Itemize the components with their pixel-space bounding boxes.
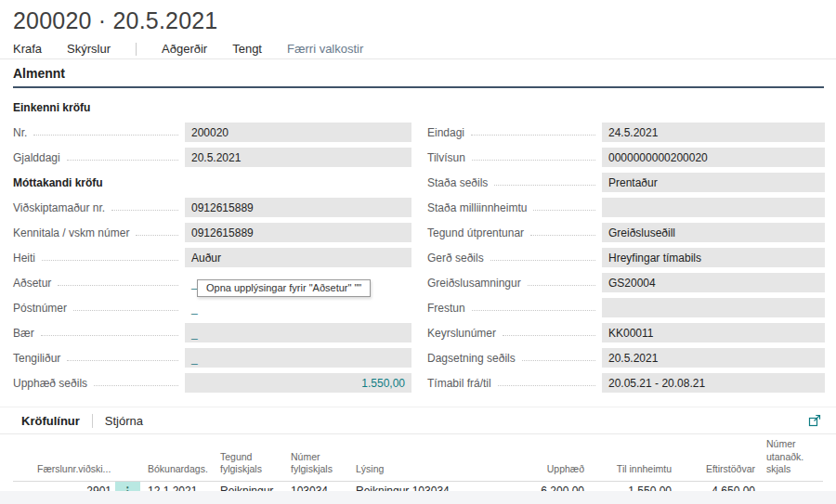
- field-tilvisun: Tilvísun 0000000000200020: [427, 145, 825, 170]
- field-value-vidskiptamadur[interactable]: 0912615889: [185, 198, 411, 217]
- field-keyrslunumer: Keyrslunúmer KK00011: [427, 320, 825, 345]
- table-header-row: Færslunr.viðski... Bókunardags. Tegund f…: [13, 434, 823, 481]
- field-value-kennitala[interactable]: 0912615889: [185, 223, 411, 242]
- menu-divider: [136, 43, 137, 56]
- field-value-tilvisun[interactable]: 0000000000200020: [602, 148, 825, 167]
- column-header-external-no[interactable]: Númer utanaðk. skjals: [759, 434, 823, 481]
- field-value-stada-sedils[interactable]: Prentaður: [602, 173, 825, 192]
- field-dagsetning-sedils: Dagsetning seðils 20.5.2021: [427, 345, 825, 370]
- focus-mode-icon[interactable]: [806, 412, 823, 429]
- form-column-right: Eindagi 24.5.2021 Tilvísun 0000000000200…: [427, 120, 825, 395]
- dotted-leader: [111, 210, 178, 211]
- menu-stjorna[interactable]: Stjórna: [105, 414, 143, 428]
- page-title: 200020 · 20.5.2021: [13, 7, 217, 34]
- menu-skyrslur[interactable]: Skýrslur: [67, 42, 111, 56]
- claim-card-page: 200020 · 20.5.2021 Krafa Skýrslur Aðgerð…: [0, 0, 836, 504]
- dotted-leader: [136, 235, 178, 236]
- field-vidskiptamadur-nr: Viðskiptamaður nr. 0912615889: [13, 195, 411, 220]
- field-stada-milliinnheimtu: Staða milliinnheimtu: [427, 195, 825, 220]
- field-gerd-sedils: Gerð seðils Hreyfingar tímabils: [427, 245, 825, 270]
- dotted-leader: [498, 385, 595, 386]
- column-header-remaining[interactable]: Eftirstöðvar: [675, 434, 759, 481]
- field-value-gjalddagi[interactable]: 20.5.2021: [185, 148, 411, 167]
- menu-faerri-valkostir[interactable]: Færri valkostir: [287, 42, 363, 56]
- field-label-stada-milliinnheimtu: Staða milliinnheimtu: [427, 201, 527, 214]
- field-value-timabil[interactable]: 20.05.21 - 20.08.21: [602, 373, 825, 393]
- field-value-dagsetning-sedils[interactable]: 20.5.2021: [602, 348, 825, 368]
- field-label-eindagi: Eindagi: [427, 126, 464, 139]
- tab-krofulinur[interactable]: Kröfulínur: [13, 414, 80, 428]
- field-label-tilvisun: Tilvísun: [427, 151, 465, 164]
- dotted-leader: [67, 360, 178, 361]
- dotted-leader: [530, 235, 595, 236]
- field-label-adsetur: Aðsetur: [13, 277, 51, 290]
- dotted-leader: [472, 160, 595, 161]
- field-label-baer: Bær: [13, 327, 34, 340]
- dotted-leader: [494, 185, 595, 186]
- dotted-leader: [33, 135, 178, 136]
- field-value-eindagi[interactable]: 24.5.2021: [602, 123, 825, 142]
- field-tooltip: Opna upplýsingar fyrir "Aðsetur" "": [197, 279, 371, 297]
- column-header-doc-no[interactable]: Númer fylgiskjals: [283, 434, 348, 481]
- field-timabil: Tímabil frá/til 20.05.21 - 20.08.21: [427, 370, 825, 395]
- column-header-arrow: [13, 434, 37, 481]
- field-label-vidskiptamadur: Viðskiptamaður nr.: [13, 201, 105, 214]
- dotted-leader: [94, 385, 178, 386]
- field-label-dagsetning-sedils: Dagsetning seðils: [427, 352, 516, 365]
- field-value-frestun[interactable]: [602, 298, 825, 317]
- field-label-stada-sedils: Staða seðils: [427, 176, 488, 189]
- dotted-leader: [533, 210, 595, 211]
- field-frestun: Frestun: [427, 295, 825, 320]
- field-greidslusamningur: Greiðslusamningur GS20004: [427, 270, 825, 295]
- field-label-upphaed-sedils: Upphæð seðils: [13, 377, 87, 390]
- field-value-upphaed-sedils[interactable]: 1.550,00: [185, 373, 411, 393]
- field-tengilidur: Tengiliður _: [13, 345, 411, 370]
- field-value-tengilidur[interactable]: _: [185, 348, 411, 368]
- dotted-leader: [41, 335, 178, 336]
- dotted-leader: [67, 160, 178, 161]
- lines-header-divider: [92, 414, 93, 428]
- field-label-tengilidur: Tengiliður: [13, 352, 60, 365]
- field-value-tegund-utprentunar[interactable]: Greiðsluseðill: [602, 223, 825, 242]
- field-value-stada-milliinnheimtu[interactable]: [602, 198, 825, 217]
- field-value-greidslusamningur[interactable]: GS20004: [602, 273, 825, 292]
- page-background-strip: [0, 491, 836, 504]
- group-mottakandi-krofu: Móttakandi kröfu: [13, 170, 411, 195]
- field-heiti: Heiti Auður: [13, 245, 411, 270]
- field-value-keyrslunumer[interactable]: KK00011: [602, 323, 825, 342]
- field-label-nr: Nr.: [13, 126, 27, 139]
- group-einkenni-krofu: Einkenni kröfu: [13, 95, 411, 120]
- column-header-doc-type[interactable]: Tegund fylgiskjals: [213, 434, 283, 481]
- action-bar: Krafa Skýrslur Aðgerðir Tengt Færri valk…: [0, 39, 836, 59]
- field-value-gerd-sedils[interactable]: Hreyfingar tímabils: [602, 248, 825, 267]
- menu-tengt[interactable]: Tengt: [232, 42, 262, 56]
- column-header-posting-date[interactable]: Bókunardags.: [140, 434, 213, 481]
- column-header-entry-no[interactable]: Færslunr.viðski...: [37, 434, 115, 481]
- dotted-leader: [490, 260, 595, 261]
- dotted-leader: [522, 360, 595, 361]
- field-label-timabil: Tímabil frá/til: [427, 377, 491, 390]
- field-label-heiti: Heiti: [13, 252, 35, 265]
- section-almennt-header[interactable]: Almennt: [13, 66, 824, 88]
- field-value-heiti[interactable]: Auður: [185, 248, 411, 267]
- dotted-leader: [471, 135, 595, 136]
- field-value-baer[interactable]: _: [185, 323, 411, 342]
- dotted-leader: [58, 285, 178, 286]
- menu-krafa[interactable]: Krafa: [13, 42, 42, 56]
- dotted-leader: [503, 335, 595, 336]
- column-header-amount[interactable]: Upphæð: [501, 434, 588, 481]
- field-postnumer: Póstnúmer _: [13, 295, 411, 320]
- field-value-nr[interactable]: 200020: [185, 123, 411, 142]
- dotted-leader: [42, 260, 178, 261]
- column-header-options: [115, 434, 140, 481]
- field-baer: Bær _: [13, 320, 411, 345]
- field-eindagi: Eindagi 24.5.2021: [427, 120, 825, 145]
- field-gjalddagi: Gjalddagi 20.5.2021: [13, 145, 411, 170]
- column-header-to-collect[interactable]: Til innheimtu: [588, 434, 675, 481]
- field-label-gjalddagi: Gjalddagi: [13, 151, 60, 164]
- column-header-description[interactable]: Lýsing: [348, 434, 501, 481]
- field-value-postnumer[interactable]: _: [185, 298, 411, 317]
- lines-header: Kröfulínur Stjórna: [0, 407, 836, 434]
- field-label-frestun: Frestun: [427, 302, 465, 315]
- menu-adgerdir[interactable]: Aðgerðir: [162, 42, 207, 56]
